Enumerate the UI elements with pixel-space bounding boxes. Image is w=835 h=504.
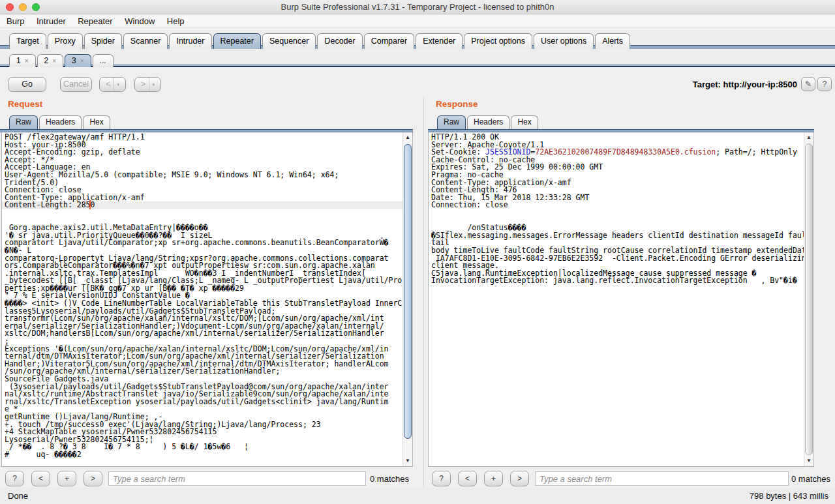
response-search-matches: 0 matches xyxy=(790,474,830,484)
scrollbar-thumb[interactable] xyxy=(805,143,813,455)
tab-extender[interactable]: Extender xyxy=(416,33,463,49)
pencil-icon: ✎ xyxy=(805,80,812,89)
response-search-add-button[interactable]: + xyxy=(484,471,503,486)
tab-decoder[interactable]: Decoder xyxy=(317,33,362,49)
chevron-down-icon: ▾ xyxy=(149,78,155,91)
repeater-tab-2[interactable]: 2× xyxy=(37,54,64,67)
repeater-tab-row: 1× 2× 3× ... xyxy=(0,49,835,67)
scroll-down-icon[interactable]: ▼ xyxy=(403,456,412,466)
response-tab-hex[interactable]: Hex xyxy=(511,115,538,129)
forward-button[interactable]: >▾ xyxy=(134,77,161,92)
close-tab-icon[interactable]: × xyxy=(80,57,84,65)
window-title: Burp Suite Professional v1.7.31 - Tempor… xyxy=(0,2,835,12)
response-text[interactable]: HTTP/1.1 200 OKServer: Apache-Coyote/1.1… xyxy=(431,134,802,466)
response-search-input[interactable] xyxy=(535,471,789,486)
request-search-add-button[interactable]: + xyxy=(57,471,76,486)
repeater-tab-3[interactable]: 3× xyxy=(65,54,91,67)
request-editor[interactable]: POST /flex2gateway/amf HTTP/1.1Host: you… xyxy=(1,132,413,467)
response-tab-raw[interactable]: Raw xyxy=(437,115,466,129)
menu-help[interactable]: Help xyxy=(167,16,185,26)
response-editor[interactable]: HTTP/1.1 200 OKServer: Apache-Coyote/1.1… xyxy=(428,132,814,467)
request-search-prev-button[interactable]: < xyxy=(31,471,50,486)
menubar: Burp Intruder Repeater Window Help xyxy=(0,15,835,27)
tab-spider[interactable]: Spider xyxy=(84,33,122,49)
menu-repeater[interactable]: Repeater xyxy=(78,16,112,26)
tab-proxy[interactable]: Proxy xyxy=(48,33,83,49)
scroll-down-icon[interactable]: ▼ xyxy=(804,456,813,466)
tab-sequencer[interactable]: Sequencer xyxy=(262,33,316,49)
panel-divider[interactable] xyxy=(423,96,424,488)
go-button[interactable]: Go xyxy=(8,77,46,92)
back-button[interactable]: <▾ xyxy=(99,77,126,92)
chevron-down-icon: ▾ xyxy=(114,78,119,91)
tab-repeater[interactable]: Repeater xyxy=(213,33,261,49)
tab-scanner[interactable]: Scanner xyxy=(123,33,168,49)
titlebar: Burp Suite Professional v1.7.31 - Tempor… xyxy=(0,0,835,14)
edit-target-button[interactable]: ✎ xyxy=(801,77,815,91)
menu-intruder[interactable]: Intruder xyxy=(37,16,66,26)
burp-window: Burp Suite Professional v1.7.31 - Tempor… xyxy=(0,0,835,504)
response-tab-headers[interactable]: Headers xyxy=(467,115,509,129)
response-scrollbar[interactable]: ▲ ▼ xyxy=(804,132,813,466)
target-line: Target: http://your-ip:8500 xyxy=(693,80,797,89)
repeater-tab-band xyxy=(0,64,835,67)
request-search-next-button[interactable]: > xyxy=(84,471,102,486)
tab-intruder[interactable]: Intruder xyxy=(169,33,211,49)
close-tab-icon[interactable]: × xyxy=(25,57,29,65)
repeater-tab-new[interactable]: ... xyxy=(93,54,114,67)
request-editor-tabs: Raw Headers Hex xyxy=(9,115,112,129)
scroll-up-icon[interactable]: ▲ xyxy=(804,132,813,143)
request-tab-raw[interactable]: Raw xyxy=(9,115,38,129)
request-search-input[interactable] xyxy=(108,471,366,486)
response-editor-tabs: Raw Headers Hex xyxy=(437,115,539,129)
target-label: Target: xyxy=(693,80,721,89)
request-tab-band xyxy=(0,129,413,132)
help-button[interactable]: ? xyxy=(817,77,832,91)
tab-user-options[interactable]: User options xyxy=(534,33,594,49)
menu-burp[interactable]: Burp xyxy=(7,16,24,26)
status-done: Done xyxy=(8,491,28,501)
target-value: http://your-ip:8500 xyxy=(723,80,797,89)
scroll-up-icon[interactable]: ▲ xyxy=(403,132,412,143)
response-search-prev-button[interactable]: < xyxy=(458,471,477,486)
response-tab-band xyxy=(428,129,814,132)
help-icon: ? xyxy=(823,80,827,89)
scrollbar-thumb[interactable] xyxy=(404,144,412,439)
request-search-matches: 0 matches xyxy=(369,474,409,484)
tab-alerts[interactable]: Alerts xyxy=(595,33,630,49)
tab-project-options[interactable]: Project options xyxy=(464,33,532,49)
request-text[interactable]: POST /flex2gateway/amf HTTP/1.1Host: you… xyxy=(5,134,401,466)
menu-window[interactable]: Window xyxy=(125,16,155,26)
response-title: Response xyxy=(436,99,478,109)
statusbar: Done 798 bytes | 643 millis xyxy=(0,488,835,504)
request-scrollbar[interactable]: ▲ ▼ xyxy=(402,132,412,466)
request-title: Request xyxy=(8,99,42,109)
tab-comparer[interactable]: Comparer xyxy=(364,33,415,49)
response-search-next-button[interactable]: > xyxy=(510,471,529,486)
response-search-help-button[interactable]: ? xyxy=(432,471,451,486)
close-tab-icon[interactable]: × xyxy=(52,57,56,65)
tab-target[interactable]: Target xyxy=(9,33,46,49)
cancel-button[interactable]: Cancel xyxy=(60,77,92,92)
status-metrics: 798 bytes | 643 millis xyxy=(750,491,828,501)
request-tab-hex[interactable]: Hex xyxy=(83,115,110,129)
request-search-help-button[interactable]: ? xyxy=(5,471,24,486)
repeater-tab-1[interactable]: 1× xyxy=(9,54,36,67)
main-tab-row: Target Proxy Spider Scanner Intruder Rep… xyxy=(0,27,835,49)
request-tab-headers[interactable]: Headers xyxy=(39,115,82,129)
